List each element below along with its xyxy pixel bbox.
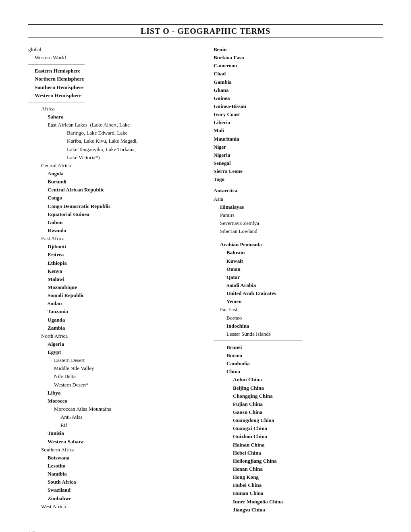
list-item: Gabon xyxy=(48,218,197,227)
list-item: West Africa xyxy=(41,503,197,511)
list-item: Ethiopia xyxy=(48,259,197,267)
divider xyxy=(214,341,302,341)
list-item: Rwanda xyxy=(48,227,197,235)
content-columns: globalWestern WorldEastern HemisphereNor… xyxy=(28,46,383,514)
top-rule xyxy=(28,24,383,25)
list-item: Heilongjiang China xyxy=(233,457,383,465)
list-item: Arabian Peninsula xyxy=(220,241,383,249)
list-item: East African Lakes (Lake Albert, Lake xyxy=(48,121,197,129)
list-item: Qatar xyxy=(226,273,383,281)
list-item: Lesotho xyxy=(48,462,197,470)
list-item: Congo xyxy=(48,194,197,202)
list-item: Nile Delta xyxy=(54,372,197,380)
list-item: Hebei China xyxy=(233,449,383,457)
list-item: Kariba, Lake Kivu, Lake Magadi, xyxy=(67,137,197,145)
list-item: Guinea xyxy=(214,94,383,102)
list-item: Anti-Atlas xyxy=(60,413,197,421)
list-item: Inner Mongolia China xyxy=(233,498,383,506)
list-item: Henan China xyxy=(233,465,383,473)
list-item: Baringo, Lake Edward, Lake xyxy=(67,129,197,137)
list-item: Western World xyxy=(35,54,197,62)
list-item: Antarctica xyxy=(214,187,383,195)
list-item: Malawi xyxy=(48,275,197,283)
list-item: Niger xyxy=(214,143,383,151)
page-title: LIST O - GEOGRAPHIC TERMS xyxy=(141,27,270,35)
list-item: Far East xyxy=(220,305,383,314)
list-item: Equatorial Guinea xyxy=(48,210,197,218)
list-item: Western Sahara xyxy=(48,438,197,446)
list-item: Cambodia xyxy=(226,360,383,368)
list-item: China xyxy=(226,368,383,376)
title-section: LIST O - GEOGRAPHIC TERMS xyxy=(28,27,383,36)
list-item: Morocco xyxy=(48,397,197,405)
list-item: Mali xyxy=(214,127,383,135)
list-item: Guangxi China xyxy=(233,424,383,432)
list-item: Guizhou China xyxy=(233,432,383,441)
page: LIST O - GEOGRAPHIC TERMS globalWestern … xyxy=(0,0,411,532)
list-item: Southern Africa xyxy=(41,446,197,454)
list-item: South Africa xyxy=(48,478,197,486)
list-item: Ivory Coast xyxy=(214,110,383,118)
divider xyxy=(28,102,85,102)
list-item: Ghana xyxy=(214,86,383,94)
list-item: Borneo xyxy=(226,314,383,322)
list-item: Senegal xyxy=(214,159,383,167)
list-item: Northern Hemisphere xyxy=(35,75,197,83)
list-item: Benin xyxy=(214,46,383,54)
list-item: Africa xyxy=(41,105,197,113)
list-item: Fujian China xyxy=(233,400,383,408)
list-item: Kuwait xyxy=(226,257,383,265)
list-item: Algeria xyxy=(48,340,197,348)
list-item: Central Africa xyxy=(41,162,197,170)
list-item: Angola xyxy=(48,170,197,178)
list-item: Djibouti xyxy=(48,243,197,251)
list-item: Tunisia xyxy=(48,429,197,437)
list-item: Rif xyxy=(60,421,197,429)
list-item: Eastern Desert xyxy=(54,356,197,364)
list-item: Eritrea xyxy=(48,251,197,259)
list-item: Sudan xyxy=(48,299,197,308)
list-item: East Africa xyxy=(41,235,197,243)
list-item: Southern Hemisphere xyxy=(35,83,197,91)
list-item: Eastern Hemisphere xyxy=(35,67,197,75)
list-item: Botswana xyxy=(48,454,197,462)
list-item: Chad xyxy=(214,70,383,78)
list-item: Yemen xyxy=(226,297,383,305)
list-item: Central African Republic xyxy=(48,186,197,194)
list-item: Congo Democratic Republic xyxy=(48,202,197,210)
list-item: Nigeria xyxy=(214,151,383,159)
footnote: * Does not autopost. xyxy=(28,530,383,532)
list-item: Liberia xyxy=(214,118,383,127)
divider xyxy=(28,64,85,64)
list-item: Gansu China xyxy=(233,408,383,416)
list-item: Saudi Arabia xyxy=(226,281,383,289)
footnote-text: * Does not autopost. xyxy=(28,530,71,532)
list-item: Guinea-Bissau xyxy=(214,102,383,110)
list-item: Severnaya Zemlya xyxy=(220,219,383,227)
list-item: Oman xyxy=(226,265,383,273)
list-item: Western Hemisphere xyxy=(35,91,197,100)
list-item: Burkina Faso xyxy=(214,54,383,62)
list-item: Hubei China xyxy=(233,481,383,489)
list-item: Western Desert* xyxy=(54,381,197,389)
list-item: Namibia xyxy=(48,470,197,478)
list-item: Hainan China xyxy=(233,441,383,449)
list-item: Hong Kong xyxy=(233,473,383,481)
list-item: Somali Republic xyxy=(48,291,197,299)
list-item: Gambia xyxy=(214,78,383,86)
list-item: Swaziland xyxy=(48,486,197,494)
list-item: Asia xyxy=(214,195,383,203)
list-item: Pamirs xyxy=(220,211,383,219)
list-item: Mozambique xyxy=(48,283,197,291)
list-item: Brunei xyxy=(226,343,383,351)
list-item: Zimbabwe xyxy=(48,495,197,503)
list-item: Anhui China xyxy=(233,376,383,384)
list-item: Kenya xyxy=(48,267,197,275)
list-item: Guangdong China xyxy=(233,416,383,424)
bottom-rule xyxy=(28,37,383,38)
list-item: Siberian Lowland xyxy=(220,227,383,235)
list-item: Burundi xyxy=(48,178,197,186)
list-item: Mauritania xyxy=(214,135,383,143)
list-item: Lake Victoria*) xyxy=(67,154,197,162)
list-item: Lake Tanganyika, Lake Turkana, xyxy=(67,145,197,154)
